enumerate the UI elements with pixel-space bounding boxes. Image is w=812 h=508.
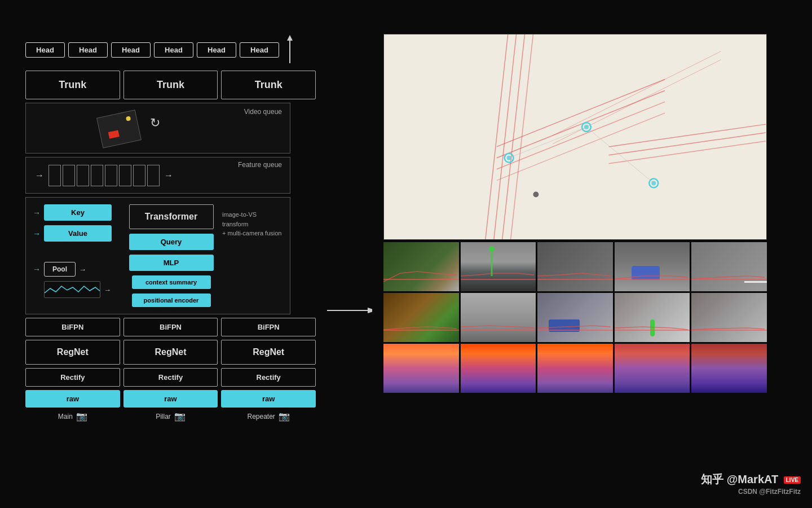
cam-overlay-2 [461,242,536,291]
repeater-camera-icon: 📷 [279,411,290,422]
video-queue-box: Video queue ↻ [25,103,290,154]
feature-block-3 [77,165,89,186]
raw-btn-2[interactable]: raw [123,390,218,408]
pool-row: → Pool → [33,262,120,277]
watermark-text-1: 知乎 @MarkAT [701,473,778,485]
middle-section [327,28,372,480]
cam-cell-extra [691,293,767,342]
pillar-label-text: Pillar [156,413,171,421]
head-btn-6[interactable]: Head [240,42,279,58]
main-label-text: Main [58,413,73,421]
depth-cell-1 [383,344,459,393]
bev-svg [384,34,766,239]
watermark-line1: 知乎 @MarkAT LIVE [701,471,801,487]
cam-cell-rear [461,293,536,342]
watermark-line2: CSDN @FitzFitzFitz [701,487,801,497]
head-btn-2[interactable]: Head [68,42,108,58]
query-button[interactable]: Query [129,234,214,250]
video-card [96,110,142,148]
up-arrow-icon [285,35,295,66]
feature-blocks [48,165,160,186]
feature-block-8 [147,165,160,186]
arrow-key-icon: → [33,208,41,217]
camera-labels-row: Main 📷 Pillar 📷 Repeater 📷 [23,411,316,422]
raw-row: raw raw raw [23,390,316,408]
head-btn-3[interactable]: Head [111,42,151,58]
svg-marker-1 [287,35,293,41]
depth-cell-4 [615,344,690,393]
context-button[interactable]: context summary [132,275,211,289]
cam-cell-far-right [691,242,767,291]
cam-cell-front-right [537,242,613,291]
neural-right-col: image-to-VS transform+ multi-camera fusi… [222,204,283,238]
cam-overlay-10 [691,293,767,342]
image-vs-description: image-to-VS transform+ multi-camera fusi… [222,210,283,238]
main-camera-label: Main 📷 [25,411,120,422]
pillar-camera-label: Pillar 📷 [123,411,218,422]
key-button[interactable]: Key [44,204,112,221]
feature-queue-box: Feature queue → → [25,157,290,194]
svg-point-28 [489,246,495,252]
feature-block-7 [133,165,145,186]
feature-block-6 [119,165,131,186]
feature-block-4 [91,165,103,186]
cam-cell-front-left [383,242,459,291]
bird-eye-view [383,34,767,240]
left-panel: Head Head Head Head Head Head Trunk Trun… [23,28,316,468]
neural-section: → Key → Value → Pool → → [25,197,290,314]
arrow-right-icon: → [35,170,44,181]
value-row: → Value [33,225,120,242]
cam-overlay-3 [537,242,613,291]
trunk-box-2: Trunk [123,71,218,99]
raw-btn-1[interactable]: raw [25,390,120,408]
rectify-box-3: Rectify [221,368,316,387]
transformer-box: Transformer [129,204,214,229]
cam-overlay-6 [383,293,459,342]
depth-cell-3 [537,344,613,393]
bifpn-box-3: BiFPN [221,318,316,336]
cam-cell-rear-right [537,293,613,342]
cam-overlay-5 [691,242,767,291]
svg-point-19 [507,156,511,160]
live-badge: LIVE [784,476,801,484]
mini-arrow-icon: → [79,265,86,274]
feature-block-1 [48,165,61,186]
cam-cell-left [615,293,690,342]
head-btn-1[interactable]: Head [25,42,65,58]
bifpn-row: BiFPN BiFPN BiFPN [23,318,316,336]
trunk-box-1: Trunk [25,71,120,99]
wave-svg [45,282,100,298]
regnet-box-2: RegNet [123,340,218,365]
mlp-button[interactable]: MLP [129,255,214,271]
head-btn-4[interactable]: Head [154,42,193,58]
pool-button[interactable]: Pool [44,262,76,277]
arrow-right-icon-2: → [164,170,173,181]
svg-point-24 [533,191,539,197]
key-row: → Key [33,204,120,221]
feature-queue-label: Feature queue [238,161,282,169]
bifpn-box-2: BiFPN [123,318,218,336]
raw-btn-3[interactable]: raw [221,390,316,408]
value-button[interactable]: Value [44,225,112,242]
feature-block-2 [63,165,75,186]
head-btn-5[interactable]: Head [197,42,236,58]
watermark-text-2: CSDN @FitzFitzFitz [738,488,801,496]
cam-cell-front [461,242,536,291]
camera-grid [383,242,767,393]
repeater-camera-label: Repeater 📷 [221,411,316,422]
trunk-row: Trunk Trunk Trunk [23,71,316,99]
main-camera-icon: 📷 [76,411,87,422]
wave-row: → → [33,281,120,298]
pillar-camera-icon: 📷 [174,411,186,422]
regnet-box-1: RegNet [25,340,120,365]
positional-button[interactable]: positional encoder [132,294,211,307]
depth-cell-2 [461,344,536,393]
mini-arrow-icon-2: → [104,286,111,294]
feature-block-5 [105,165,117,186]
depth-cell-5 [691,344,767,393]
arrow-value-icon: → [33,229,41,238]
repeater-label-text: Repeater [247,413,275,421]
cam-overlay-7 [461,293,536,342]
trunk-box-3: Trunk [221,71,316,99]
cam-cell-right [615,242,690,291]
